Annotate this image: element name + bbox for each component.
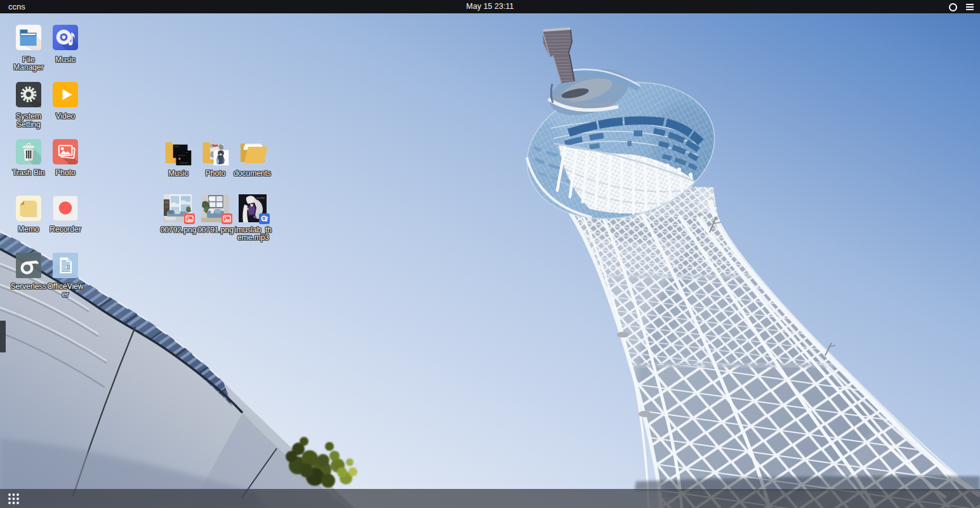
svg-text:imuslab: imuslab	[256, 197, 265, 199]
